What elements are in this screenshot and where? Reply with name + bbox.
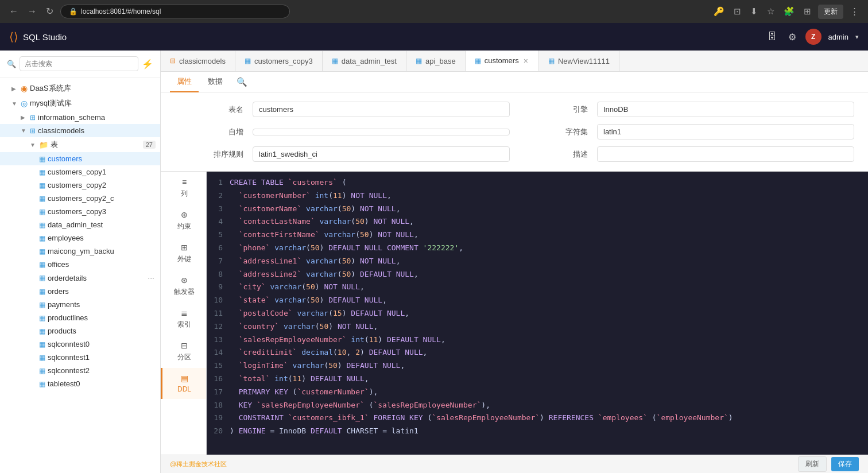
sidebar-item-offices[interactable]: ▦ offices bbox=[0, 258, 160, 271]
table-icon: ▦ bbox=[39, 288, 45, 296]
ddl-nav-index[interactable]: ≣ 索引 bbox=[161, 303, 206, 335]
sidebar-item-productlines[interactable]: ▦ productlines bbox=[0, 311, 160, 324]
sidebar-collapse-button[interactable]: ‹ bbox=[160, 256, 161, 267]
ddl-nav-column[interactable]: ≡ 列 bbox=[161, 172, 206, 204]
sidebar-item-customers-copy3[interactable]: ▦ customers_copy3 bbox=[0, 205, 160, 218]
sidebar-item-sqlconntest1[interactable]: ▦ sqlconntest1 bbox=[0, 351, 160, 364]
tab-newview[interactable]: ▦ NewView11111 bbox=[539, 51, 619, 71]
sub-tab-bar: 属性 数据 🔍 bbox=[161, 72, 868, 92]
sidebar-item-orders[interactable]: ▦ orders bbox=[0, 285, 160, 298]
sidebar-item-products[interactable]: ▦ products bbox=[0, 324, 160, 338]
table-icon: ▦ bbox=[39, 155, 45, 163]
tab-api-base[interactable]: ▦ api_base bbox=[406, 51, 466, 71]
prop-value-table-name[interactable]: customers bbox=[253, 102, 510, 117]
refresh-button[interactable]: 刷新 bbox=[798, 456, 827, 472]
ddl-nav-trigger[interactable]: ⊛ 触发器 bbox=[161, 270, 206, 303]
prop-value-auto-inc[interactable] bbox=[253, 129, 510, 135]
settings-button[interactable]: ⚙ bbox=[786, 29, 799, 45]
prop-value-desc[interactable] bbox=[597, 146, 854, 162]
tab-icon: ▦ bbox=[245, 57, 251, 65]
browser-actions: 🔑 ⊡ ⬇ ☆ 🧩 ⊞ 更新 ⋮ bbox=[711, 5, 861, 19]
tree-label: mysql测试库 bbox=[30, 98, 156, 108]
sidebar-item-sqlconntest2[interactable]: ▦ sqlconntest2 bbox=[0, 364, 160, 377]
prop-value-sort[interactable]: latin1_swedish_ci bbox=[253, 146, 510, 162]
tab-classicmodels[interactable]: ⊟ classicmodels bbox=[161, 51, 235, 71]
sidebar-item-daas[interactable]: ▶ ◉ DaaS系统库 bbox=[0, 81, 160, 96]
sidebar-item-mysql-test[interactable]: ▼ ◎ mysql测试库 bbox=[0, 96, 160, 111]
tab-label: NewView11111 bbox=[558, 57, 610, 65]
sidebar-item-orderdetails[interactable]: ▦ orderdetails ··· bbox=[0, 271, 160, 285]
sidebar-item-employees[interactable]: ▦ employees bbox=[0, 231, 160, 245]
lightning-button[interactable]: ⚡ bbox=[142, 59, 153, 69]
db-icon-button[interactable]: 🗄 bbox=[765, 29, 779, 44]
code-line-9: 9 `city` varchar(50) NOT NULL, bbox=[207, 281, 868, 294]
sub-tab-data[interactable]: 数据 bbox=[201, 72, 230, 92]
bookmark-icon[interactable]: ☆ bbox=[765, 5, 777, 18]
tree-label: 表 bbox=[51, 139, 141, 150]
content-panel: ⊟ classicmodels ▦ customers_copy3 ▦ data… bbox=[161, 51, 868, 473]
sidebar-item-customers-copy2c[interactable]: ▦ customers_copy2_c bbox=[0, 192, 160, 205]
tab-close-button[interactable]: × bbox=[522, 57, 529, 65]
code-line-6: 6 `phone` varchar(50) DEFAULT NULL COMME… bbox=[207, 242, 868, 255]
ddl-nav-ddl[interactable]: ▤ DDL bbox=[161, 368, 206, 399]
app-container: ⟨⟩ SQL Studio 🗄 ⚙ Z admin ▾ 🔍 ⚡ ▶ bbox=[0, 23, 868, 473]
sidebar-tree: ▶ ◉ DaaS系统库 ▼ ◎ mysql测试库 ▶ ⊞ information… bbox=[0, 77, 160, 473]
partition-icon: ⊟ bbox=[181, 341, 188, 350]
sidebar-item-tabletest0[interactable]: ▦ tabletest0 bbox=[0, 377, 160, 390]
sidebar-item-classicmodels[interactable]: ▼ ⊞ classicmodels bbox=[0, 124, 160, 137]
tab-customers[interactable]: ▦ customers × bbox=[466, 51, 539, 72]
db-icon: ◎ bbox=[21, 99, 28, 108]
back-button[interactable]: ← bbox=[7, 5, 21, 18]
forward-button[interactable]: → bbox=[25, 5, 39, 18]
reload-button[interactable]: ↻ bbox=[44, 5, 56, 18]
extension-icon[interactable]: 🧩 bbox=[781, 5, 797, 18]
folder-icon: 📁 bbox=[39, 141, 48, 149]
expand-icon: ▼ bbox=[21, 127, 28, 134]
ddl-nav-partition[interactable]: ⊟ 分区 bbox=[161, 335, 206, 368]
sidebar-item-tables-folder[interactable]: ▼ 📁 表 27 bbox=[0, 137, 160, 152]
tab-icon: ▦ bbox=[332, 57, 338, 65]
prop-value-charset[interactable]: latin1 bbox=[597, 124, 854, 139]
user-dropdown-icon[interactable]: ▾ bbox=[855, 33, 859, 41]
tree-label: tabletest0 bbox=[48, 379, 156, 388]
layout-icon[interactable]: ⊞ bbox=[801, 5, 813, 18]
sidebar-item-customers[interactable]: ▦ customers bbox=[0, 152, 160, 165]
more-button[interactable]: ··· bbox=[146, 273, 156, 282]
password-icon[interactable]: 🔑 bbox=[711, 5, 727, 18]
code-area[interactable]: 1 CREATE TABLE `customers` ( 2 `customer… bbox=[207, 172, 868, 455]
code-line-11: 11 `postalCode` varchar(15) DEFAULT NULL… bbox=[207, 307, 868, 320]
sidebar-item-customers-copy1[interactable]: ▦ customers_copy1 bbox=[0, 165, 160, 179]
search-input[interactable] bbox=[20, 56, 138, 71]
tree-label: customers_copy1 bbox=[48, 168, 156, 176]
avatar-button[interactable]: Z bbox=[805, 29, 822, 45]
sidebar-item-customers-copy2[interactable]: ▦ customers_copy2 bbox=[0, 179, 160, 192]
save-button[interactable]: 保存 bbox=[831, 457, 859, 471]
sidebar-item-payments[interactable]: ▦ payments bbox=[0, 298, 160, 311]
tab-label: customers_copy3 bbox=[254, 57, 313, 65]
browser-chrome: ← → ↻ 🔒 localhost:8081/#/home/sql 🔑 ⊡ ⬇ … bbox=[0, 0, 868, 23]
sidebar-item-information-schema[interactable]: ▶ ⊞ information_schema bbox=[0, 111, 160, 124]
tree-label: products bbox=[48, 327, 156, 335]
url-bar[interactable]: 🔒 localhost:8081/#/home/sql bbox=[60, 5, 290, 18]
ddl-nav-constraint[interactable]: ⊕ 约束 bbox=[161, 204, 206, 237]
update-button[interactable]: 更新 bbox=[818, 5, 843, 19]
sidebar-item-maicong-ym[interactable]: ▦ maicong_ym_backu bbox=[0, 245, 160, 258]
prop-value-engine[interactable]: InnoDB bbox=[597, 102, 854, 117]
table-icon: ▦ bbox=[39, 274, 45, 282]
code-line-16: 16 `total` int(11) DEFAULT NULL, bbox=[207, 373, 868, 386]
sidebar-item-data-admin-test[interactable]: ▦ data_admin_test bbox=[0, 218, 160, 231]
ddl-nav-foreign-key[interactable]: ⊞ 外键 bbox=[161, 237, 206, 270]
table-icon: ▦ bbox=[39, 221, 45, 229]
download-icon[interactable]: ⬇ bbox=[748, 5, 760, 18]
menu-icon[interactable]: ⋮ bbox=[848, 5, 861, 18]
ddl-nav-label: 约束 bbox=[177, 222, 191, 231]
sidebar-item-sqlconntest0[interactable]: ▦ sqlconntest0 bbox=[0, 338, 160, 351]
sub-tab-search-button[interactable]: 🔍 bbox=[232, 73, 252, 91]
tab-customers-copy3[interactable]: ▦ customers_copy3 bbox=[235, 51, 323, 71]
tree-label: DaaS系统库 bbox=[30, 83, 156, 94]
tree-label: sqlconntest2 bbox=[48, 366, 156, 375]
tab-data-admin-test[interactable]: ▦ data_admin_test bbox=[323, 51, 406, 71]
sub-tab-properties[interactable]: 属性 bbox=[170, 72, 199, 92]
translate-icon[interactable]: ⊡ bbox=[731, 5, 743, 18]
schema-icon: ⊞ bbox=[30, 114, 36, 122]
